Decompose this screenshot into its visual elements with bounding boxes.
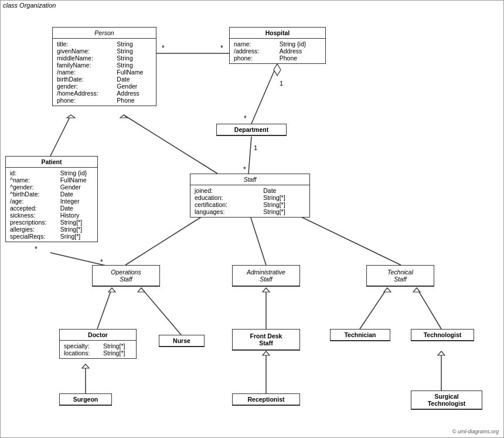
svg-line-10 <box>50 115 71 156</box>
svg-marker-11 <box>67 115 75 118</box>
svg-line-12 <box>124 115 217 174</box>
class-staff: Staff joined:Date education:String[*] ce… <box>190 174 310 218</box>
svg-marker-32 <box>413 288 420 292</box>
svg-text:*: * <box>162 44 165 52</box>
class-nurse-header: Nurse <box>159 335 204 347</box>
class-operations-staff-header: OperationsStaff <box>93 266 159 286</box>
class-person-header: Person <box>53 28 156 39</box>
copyright: © uml-diagrams.org <box>452 429 499 434</box>
class-operations-staff: OperationsStaff <box>92 265 160 287</box>
class-technical-staff-header: TechnicalStaff <box>367 266 434 286</box>
class-technologist-header: Technologist <box>411 330 474 341</box>
class-staff-header: Staff <box>190 174 309 185</box>
svg-text:*: * <box>35 245 38 253</box>
class-surgeon: Surgeon <box>59 393 112 406</box>
class-technician-header: Technician <box>331 330 390 341</box>
class-nurse: Nurse <box>159 335 205 347</box>
svg-marker-24 <box>108 288 115 292</box>
svg-line-25 <box>141 288 181 335</box>
svg-text:*: * <box>243 165 246 174</box>
class-front-desk-staff: Front DeskStaff <box>232 329 300 351</box>
class-patient-body: id:String {id} ^name:FullName ^gender:Ge… <box>6 168 97 242</box>
class-administrative-staff-header: AdministrativeStaff <box>233 266 299 286</box>
class-department-header: Department <box>217 124 286 135</box>
svg-text:*: * <box>244 114 247 123</box>
class-staff-body: joined:Date education:String[*] certific… <box>190 185 309 217</box>
svg-marker-38 <box>438 351 445 355</box>
class-front-desk-staff-header: Front DeskStaff <box>233 330 299 350</box>
class-doctor-header: Doctor <box>60 330 136 341</box>
class-administrative-staff: AdministrativeStaff <box>232 265 300 287</box>
diagram-container: class Organization * * 1 * <box>0 0 504 438</box>
class-surgical-technologist-header: SurgicalTechnologist <box>411 391 482 409</box>
svg-line-23 <box>97 288 112 329</box>
svg-marker-28 <box>263 288 270 292</box>
class-patient: Patient id:String {id} ^name:FullName ^g… <box>5 156 98 242</box>
svg-marker-13 <box>120 115 127 118</box>
class-surgeon-header: Surgeon <box>60 394 111 405</box>
svg-text:1: 1 <box>254 144 257 151</box>
diagram-title: class Organization <box>3 2 56 9</box>
svg-line-29 <box>360 288 387 329</box>
svg-line-7 <box>248 137 251 174</box>
svg-line-3 <box>251 64 277 124</box>
class-hospital-header: Hospital <box>230 28 325 39</box>
class-technician: Technician <box>330 329 390 341</box>
class-hospital: Hospital name:String {id} /address:Addre… <box>229 27 326 64</box>
class-hospital-body: name:String {id} /address:Address phone:… <box>230 39 325 63</box>
class-technologist: Technologist <box>411 329 474 341</box>
svg-line-15 <box>50 253 106 266</box>
svg-marker-30 <box>384 288 391 292</box>
class-doctor-body: specialty:String[*] locations:String[*] <box>60 341 136 358</box>
class-person: Person title:String givenName:String mid… <box>52 27 156 106</box>
svg-line-21 <box>288 210 401 265</box>
class-patient-header: Patient <box>6 157 97 168</box>
svg-marker-4 <box>274 64 281 76</box>
svg-text:*: * <box>220 44 223 52</box>
svg-line-17 <box>125 210 212 265</box>
class-receptionist: Receptionist <box>232 393 300 406</box>
svg-line-31 <box>417 288 441 329</box>
class-person-body: title:String givenName:String middleName… <box>53 39 156 106</box>
class-surgical-technologist: SurgicalTechnologist <box>411 391 482 410</box>
class-doctor: Doctor specialty:String[*] locations:Str… <box>59 329 137 359</box>
svg-marker-34 <box>82 364 89 368</box>
class-technical-staff: TechnicalStaff <box>366 265 434 287</box>
class-department: Department <box>216 124 287 136</box>
svg-line-19 <box>248 210 266 265</box>
svg-marker-36 <box>263 351 270 355</box>
class-receptionist-header: Receptionist <box>233 394 299 405</box>
svg-marker-26 <box>138 288 145 292</box>
svg-text:1: 1 <box>280 80 283 87</box>
